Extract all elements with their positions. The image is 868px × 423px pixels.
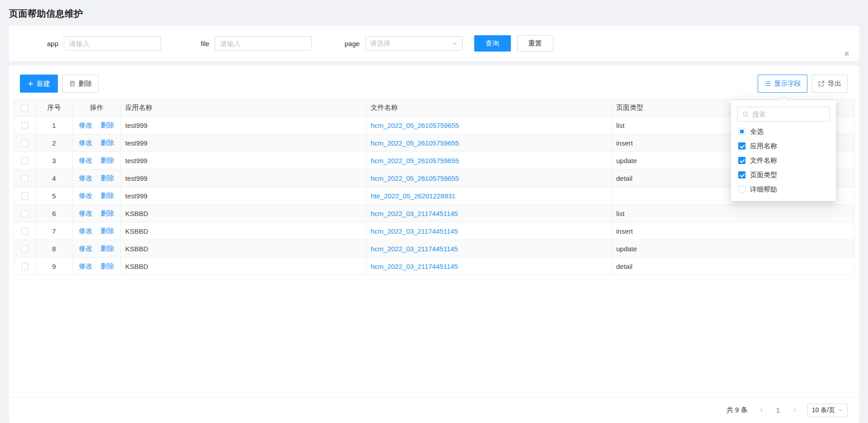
file-link[interactable]: hte_2022_05_26201228931 bbox=[371, 192, 456, 200]
row-checkbox[interactable] bbox=[21, 245, 28, 253]
column-option-label: 详细帮助 bbox=[750, 185, 777, 194]
edit-link[interactable]: 修改 bbox=[79, 192, 92, 199]
chevron-right-icon bbox=[792, 408, 797, 413]
delete-link[interactable]: 删除 bbox=[101, 174, 114, 182]
plus-icon bbox=[28, 81, 33, 87]
table-empty-space bbox=[9, 275, 859, 397]
page-type-cell: insert bbox=[612, 222, 854, 240]
header-file-name: 文件名称 bbox=[366, 99, 612, 117]
table-row: 5 修改 删除 test999 hte_2022_05_26201228931 bbox=[14, 187, 854, 205]
row-checkbox[interactable] bbox=[21, 157, 28, 164]
file-link[interactable]: hcm_2022_05_26105759655 bbox=[371, 122, 459, 129]
page-title: 页面帮助信息维护 bbox=[9, 8, 859, 20]
popover-search-box[interactable] bbox=[737, 107, 830, 122]
delete-link[interactable]: 删除 bbox=[101, 121, 114, 129]
row-checkbox[interactable] bbox=[21, 140, 28, 147]
delete-link[interactable]: 删除 bbox=[101, 262, 114, 270]
table-header-row: 序号 操作 应用名称 文件名称 页面类型 bbox=[14, 99, 854, 117]
edit-link[interactable]: 修改 bbox=[79, 209, 92, 217]
column-option-label: 页面类型 bbox=[750, 171, 777, 179]
column-option[interactable]: 全选 bbox=[737, 124, 830, 139]
file-link[interactable]: hcm_2022_05_26105759655 bbox=[371, 157, 459, 164]
create-button[interactable]: 新建 bbox=[20, 75, 58, 93]
next-page-button[interactable] bbox=[788, 404, 801, 417]
app-name-cell: KSBBD bbox=[121, 222, 366, 240]
column-option[interactable]: 文件名称 bbox=[737, 153, 830, 168]
edit-link[interactable]: 修改 bbox=[79, 227, 92, 235]
reset-button[interactable]: 重置 bbox=[517, 35, 553, 52]
app-name-cell: KSBBD bbox=[121, 240, 366, 258]
delete-link[interactable]: 删除 bbox=[101, 227, 114, 235]
delete-link[interactable]: 删除 bbox=[101, 209, 114, 217]
edit-link[interactable]: 修改 bbox=[79, 121, 92, 129]
popover-search-input[interactable] bbox=[752, 110, 825, 118]
page-select-placeholder: 请选择 bbox=[370, 39, 391, 48]
edit-link[interactable]: 修改 bbox=[79, 156, 92, 164]
row-index: 1 bbox=[36, 117, 73, 134]
column-option-checkbox[interactable] bbox=[738, 186, 745, 193]
edit-link[interactable]: 修改 bbox=[79, 262, 92, 270]
delete-link[interactable]: 删除 bbox=[101, 156, 114, 164]
column-option-checkbox[interactable] bbox=[738, 171, 745, 179]
page-select[interactable]: 请选择 bbox=[365, 36, 462, 51]
row-checkbox[interactable] bbox=[21, 210, 28, 217]
row-checkbox[interactable] bbox=[21, 122, 28, 129]
toolbar-right: 显示字段 导出 bbox=[758, 75, 848, 93]
table-row: 7 修改 删除 KSBBD hcm_2022_03_21174451145 in… bbox=[14, 222, 854, 240]
file-link[interactable]: hcm_2022_03_21174451145 bbox=[371, 263, 458, 270]
file-link[interactable]: hcm_2022_03_21174451145 bbox=[371, 210, 458, 217]
page-type-cell: list bbox=[612, 205, 854, 222]
data-table: 序号 操作 应用名称 文件名称 页面类型 1 修改 删除 bbox=[14, 99, 854, 275]
edit-link[interactable]: 修改 bbox=[79, 244, 92, 252]
table-row: 1 修改 删除 test999 hcm_2022_05_26105759655 … bbox=[14, 117, 854, 134]
page-number-current[interactable]: 1 bbox=[771, 404, 785, 417]
row-checkbox[interactable] bbox=[21, 193, 28, 200]
delete-link[interactable]: 删除 bbox=[101, 139, 114, 146]
delete-link[interactable]: 删除 bbox=[101, 192, 114, 199]
row-checkbox[interactable] bbox=[21, 228, 28, 235]
row-index: 7 bbox=[36, 222, 73, 240]
delete-button[interactable]: 删除 bbox=[62, 75, 99, 93]
table-row: 3 修改 删除 test999 hcm_2022_05_26105759655 … bbox=[14, 152, 854, 169]
column-option[interactable]: 应用名称 bbox=[737, 139, 830, 153]
query-button[interactable]: 查询 bbox=[474, 35, 511, 52]
magnifier-icon bbox=[742, 111, 749, 118]
file-input[interactable] bbox=[215, 36, 312, 51]
previous-page-button[interactable] bbox=[755, 404, 769, 417]
select-all-rows-checkbox[interactable] bbox=[21, 105, 28, 112]
column-option-checkbox[interactable] bbox=[738, 128, 745, 135]
column-option-checkbox[interactable] bbox=[738, 157, 745, 164]
table-row: 9 修改 删除 KSBBD hcm_2022_03_21174451145 de… bbox=[14, 258, 854, 275]
pagination: 共 9 条 1 10 条/页 bbox=[9, 397, 859, 423]
export-button-label: 导出 bbox=[828, 80, 841, 88]
row-index: 6 bbox=[36, 205, 73, 222]
double-chevron-up-icon[interactable] bbox=[842, 49, 852, 59]
table-row: 4 修改 删除 test999 hcm_2022_05_26105759655 … bbox=[14, 169, 854, 187]
show-columns-label: 显示字段 bbox=[774, 80, 801, 88]
pagination-total: 共 9 条 bbox=[726, 406, 748, 414]
row-checkbox[interactable] bbox=[21, 175, 28, 182]
export-button[interactable]: 导出 bbox=[812, 75, 848, 93]
chevron-down-icon bbox=[838, 408, 843, 413]
column-settings-popover: 全选 应用名称 文件名称 页面类型 详细帮助 bbox=[731, 100, 836, 201]
row-index: 5 bbox=[36, 187, 73, 205]
edit-link[interactable]: 修改 bbox=[79, 174, 92, 182]
column-option-checkbox[interactable] bbox=[738, 142, 745, 150]
column-option[interactable]: 页面类型 bbox=[737, 168, 830, 182]
page-size-select[interactable]: 10 条/页 bbox=[807, 404, 848, 417]
file-label: file bbox=[201, 40, 209, 47]
column-popover-list: 全选 应用名称 文件名称 页面类型 详细帮助 bbox=[737, 124, 830, 197]
app-name-cell: KSBBD bbox=[121, 205, 366, 222]
file-link[interactable]: hcm_2022_05_26105759655 bbox=[371, 139, 459, 147]
file-link[interactable]: hcm_2022_05_26105759655 bbox=[371, 174, 459, 182]
app-input[interactable] bbox=[64, 36, 161, 51]
file-link[interactable]: hcm_2022_03_21174451145 bbox=[371, 227, 458, 235]
row-checkbox[interactable] bbox=[21, 263, 28, 270]
show-columns-button[interactable]: 显示字段 bbox=[758, 75, 807, 93]
app-name-cell: KSBBD bbox=[121, 258, 366, 275]
column-option[interactable]: 详细帮助 bbox=[737, 182, 830, 197]
delete-link[interactable]: 删除 bbox=[101, 244, 114, 252]
edit-link[interactable]: 修改 bbox=[79, 139, 92, 146]
file-link[interactable]: hcm_2022_03_21174451145 bbox=[371, 245, 458, 253]
row-index: 3 bbox=[36, 152, 73, 169]
